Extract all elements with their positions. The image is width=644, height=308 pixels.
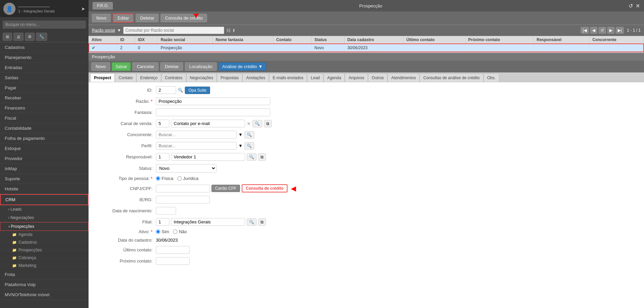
cartao-cpf-button[interactable]: Cartão CPF xyxy=(211,185,240,192)
editar-button[interactable]: Editar xyxy=(113,13,134,23)
nav-next-button[interactable]: ▶ xyxy=(607,27,614,34)
detail-analise-credito-button[interactable]: Análise de crédito ▼ xyxy=(218,62,266,71)
sidebar-item-receber[interactable]: Receber xyxy=(0,93,89,103)
ie-rg-input[interactable] xyxy=(156,196,210,204)
filial-search-btn[interactable]: 🔍 xyxy=(247,218,257,226)
grid-icon-btn[interactable]: ⊞ xyxy=(3,33,12,41)
sidebar-item-folha[interactable]: Folha de pagamento xyxy=(0,133,89,144)
tab-negociacoes[interactable]: Negociações xyxy=(186,73,217,82)
table-row[interactable]: ✔ 2 0 Prospecção Novo 30/06/2023 xyxy=(89,44,644,52)
tab-contratos[interactable]: Contratos xyxy=(161,73,186,82)
sidebar-item-marketing[interactable]: 📁Marketing xyxy=(0,262,89,270)
proximo-contato-input[interactable] xyxy=(156,257,190,265)
consulta-credito-toolbar-button[interactable]: Consulta de crédito xyxy=(161,14,207,22)
close-button[interactable]: ✕ xyxy=(636,3,640,9)
id-input[interactable] xyxy=(156,86,176,94)
sidebar-item-suporte[interactable]: Suporte xyxy=(0,174,89,184)
fantasia-input[interactable] xyxy=(156,109,270,116)
canal-open-btn[interactable]: ⧉ xyxy=(264,120,272,127)
ultimo-contato-input[interactable] xyxy=(156,246,190,254)
detail-novo-button[interactable]: Novo xyxy=(91,62,110,71)
tab-endereco[interactable]: Endereço xyxy=(136,73,161,82)
detail-deletar-button[interactable]: Deletar xyxy=(160,62,183,71)
nav-last-button[interactable]: ▶| xyxy=(616,27,624,34)
sidebar-item-agenda[interactable]: 📁Agenda xyxy=(0,231,89,239)
tab-arquivos[interactable]: Arquivos xyxy=(345,73,368,82)
wrench-icon-btn[interactable]: 🔧 xyxy=(36,33,47,41)
consulta-credito-button[interactable]: Consulta de crédito xyxy=(242,184,287,192)
concorrente-search-btn[interactable]: 🔍 xyxy=(244,131,254,138)
responsavel-text-input[interactable] xyxy=(171,153,245,161)
radio-juridica[interactable] xyxy=(177,176,182,181)
sidebar-item-pagar[interactable]: Pagar xyxy=(0,83,89,93)
tab-lead[interactable]: Lead xyxy=(307,73,324,82)
radio-nao-label[interactable]: Não xyxy=(173,229,187,234)
settings-icon-btn[interactable]: ⚙ xyxy=(25,33,35,41)
tab-anotacoes[interactable]: Anotações xyxy=(242,73,269,82)
perfil-input[interactable] xyxy=(156,142,237,150)
sidebar-item-frota[interactable]: Frota xyxy=(0,270,89,280)
sidebar-item-planejamento[interactable]: Planejamento xyxy=(0,53,89,63)
search-field-input[interactable] xyxy=(123,27,224,34)
radio-fisica-label[interactable]: Física xyxy=(156,176,173,181)
tab-agenda[interactable]: Agenda xyxy=(324,73,345,82)
search-field-label[interactable]: Razão social xyxy=(92,28,115,33)
perfil-search-btn[interactable]: 🔍 xyxy=(244,142,254,150)
detail-salvar-button[interactable]: Salvar xyxy=(112,62,131,71)
deletar-button[interactable]: Deletar xyxy=(136,14,159,22)
tab-contato[interactable]: Contato xyxy=(115,73,136,82)
responsavel-id-input[interactable] xyxy=(156,153,169,161)
sidebar-item-fiscal[interactable]: Fiscal xyxy=(0,113,89,123)
sidebar-item-financeiro[interactable]: Financeiro xyxy=(0,103,89,113)
nav-prev-button[interactable]: ◀ xyxy=(590,27,597,34)
sidebar-item-leads[interactable]: › Leads xyxy=(0,205,89,214)
sidebar-item-inmap[interactable]: InMap xyxy=(0,164,89,174)
restore-button[interactable]: ↺ xyxy=(629,3,633,9)
sidebar-item-hotsite[interactable]: Hotsite xyxy=(0,184,89,194)
sidebar-item-cobranca[interactable]: 📁Cobrança xyxy=(0,254,89,262)
search-id-icon[interactable]: 🔍 xyxy=(178,88,183,93)
filial-text-input[interactable] xyxy=(171,218,245,226)
canal-search-btn[interactable]: 🔍 xyxy=(252,120,262,127)
radio-juridica-label[interactable]: Jurídica xyxy=(177,176,199,181)
radio-sim[interactable] xyxy=(156,229,160,234)
tab-emails-enviados[interactable]: E-mails enviados xyxy=(269,73,307,82)
print-icon-btn[interactable]: 🖨 xyxy=(13,33,24,41)
tab-outros[interactable]: Outros xyxy=(368,73,387,82)
sidebar-item-cadastros[interactable]: Cadastros xyxy=(0,42,89,53)
detail-cancelar-button[interactable]: Cancelar xyxy=(132,62,159,71)
sidebar-item-prospeccoes2[interactable]: 📁Prospecções xyxy=(0,246,89,254)
sidebar-item-crm[interactable]: CRM xyxy=(0,194,89,205)
tab-consultas-analise[interactable]: Consultas de análise de crédito xyxy=(419,73,483,82)
detail-localizacao-button[interactable]: Localização xyxy=(185,62,217,71)
filial-open-btn[interactable]: ⧉ xyxy=(258,218,266,226)
canal-clear-btn[interactable]: ✕ xyxy=(247,121,251,126)
nav-refresh-button[interactable]: ↺ xyxy=(599,27,606,34)
radio-nao[interactable] xyxy=(173,229,177,234)
data-nascimento-input[interactable] xyxy=(156,207,176,215)
concorrente-input[interactable] xyxy=(156,131,237,138)
radio-fisica[interactable] xyxy=(156,176,160,181)
opa-suite-button[interactable]: Opa Suite xyxy=(185,87,210,94)
status-select[interactable]: Novo Em andamento Convertido Perdido xyxy=(156,164,216,173)
tab-propostas[interactable]: Propostas xyxy=(217,73,242,82)
filial-id-input[interactable] xyxy=(156,218,169,226)
tab-prospect[interactable]: Prospect xyxy=(90,73,115,82)
canal-text-input[interactable] xyxy=(171,120,245,127)
tab-atendimentos[interactable]: Atendimentos xyxy=(387,73,419,82)
search-input[interactable] xyxy=(3,21,86,29)
sidebar-item-prospeccoes[interactable]: › Prospecções xyxy=(0,222,89,231)
sidebar-item-mvno[interactable]: MVNO/Telefonie móvel xyxy=(0,290,89,300)
cnpj-input[interactable] xyxy=(156,185,210,192)
sidebar-item-negociacoes[interactable]: › Negociações xyxy=(0,214,89,222)
sidebar-item-contabilidade[interactable]: Contabilidade xyxy=(0,123,89,133)
sidebar-item-provedor[interactable]: Provedor xyxy=(0,154,89,164)
novo-button[interactable]: Novo xyxy=(92,14,111,22)
nav-first-button[interactable]: |◀ xyxy=(581,27,589,34)
responsavel-open-btn[interactable]: ⧉ xyxy=(258,153,266,161)
sidebar-item-estoque[interactable]: Estoque xyxy=(0,144,89,154)
navigate-arrow[interactable]: ➤ xyxy=(81,6,85,11)
responsavel-search-btn[interactable]: 🔍 xyxy=(247,153,257,161)
window-tab-active[interactable]: P.R.O. xyxy=(93,2,113,9)
razao-input[interactable] xyxy=(156,97,270,105)
